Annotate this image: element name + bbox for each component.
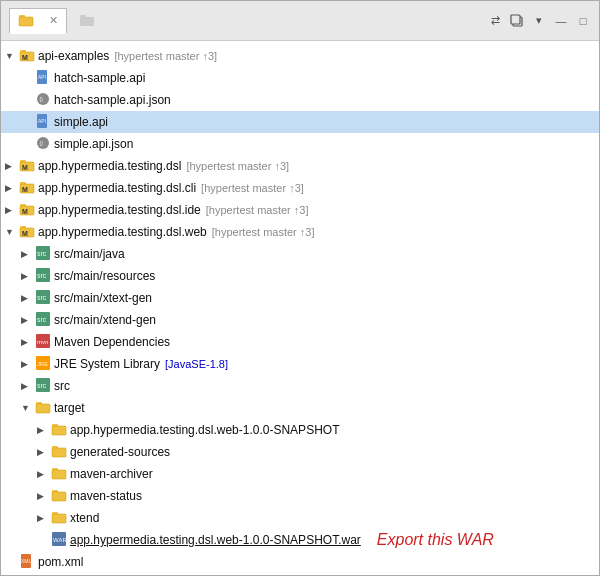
svg-text:M: M <box>22 54 28 61</box>
down-arrow[interactable]: ▼ <box>5 222 17 242</box>
down-arrow[interactable]: ▼ <box>21 398 33 418</box>
right-arrow[interactable]: ▶ <box>5 200 17 220</box>
chevron-down-icon[interactable]: ▾ <box>531 13 547 29</box>
tree-item[interactable]: ▶srcsrc <box>1 375 599 397</box>
tree-item[interactable]: ▶srcsrc/main/xtext-gen <box>1 287 599 309</box>
svg-text:XML: XML <box>21 558 32 564</box>
right-arrow[interactable]: ▶ <box>37 508 49 528</box>
tab-package-explorer[interactable]: ✕ <box>9 8 67 34</box>
folder-icon <box>51 443 67 459</box>
sync-icon[interactable]: ⇄ <box>487 13 503 29</box>
svg-text:WAR: WAR <box>53 537 67 543</box>
tree-item[interactable]: ▼Mapp.hypermedia.testing.dsl.web[hyperte… <box>1 221 599 243</box>
tree-item[interactable]: ▶mvnMaven Dependencies <box>1 331 599 353</box>
json-icon: {} <box>35 91 51 107</box>
svg-rect-55 <box>52 448 66 457</box>
right-arrow[interactable]: ▶ <box>21 266 33 286</box>
tree-item[interactable]: ▶Mapp.hypermedia.testing.dsl[hypertest m… <box>1 155 599 177</box>
tree-item[interactable]: ▶srcsrc/main/resources <box>1 265 599 287</box>
svg-text:src: src <box>37 294 47 301</box>
down-arrow[interactable]: ▼ <box>5 46 17 66</box>
tree-item-badge: [hypertest master ↑3] <box>114 46 217 66</box>
right-arrow[interactable]: ▶ <box>37 420 49 440</box>
svg-text:M: M <box>22 208 28 215</box>
tab-project-explorer[interactable] <box>71 9 110 33</box>
tree-item-label: maven-archiver <box>70 464 153 484</box>
tree-item[interactable]: ▶maven-archiver <box>1 463 599 485</box>
tree-item-label: src/main/xtext-gen <box>54 288 152 308</box>
svg-rect-52 <box>52 426 66 435</box>
tree-item[interactable]: ▼target <box>1 397 599 419</box>
tree-item-label: simple.api.json <box>54 134 133 154</box>
right-arrow[interactable]: ▶ <box>37 442 49 462</box>
tree-item-label: app.hypermedia.testing.dsl.web-1.0.0-SNA… <box>70 420 339 440</box>
tree-item[interactable]: ▶maven-status <box>1 485 599 507</box>
right-arrow[interactable]: ▶ <box>21 244 33 264</box>
tab-close-icon[interactable]: ✕ <box>49 14 58 27</box>
svg-text:src: src <box>37 250 47 257</box>
tree-item[interactable]: ▶xtend <box>1 507 599 529</box>
svg-rect-56 <box>52 446 58 449</box>
tree-item-label: hatch-sample.api <box>54 68 145 88</box>
right-arrow[interactable]: ▶ <box>5 156 17 176</box>
tree-item[interactable]: XMLpom.xml <box>1 551 599 573</box>
tree-item[interactable]: ▶srcsrc/main/java <box>1 243 599 265</box>
project-icon: M <box>19 201 35 217</box>
svg-rect-20 <box>20 160 26 163</box>
right-arrow[interactable]: ▶ <box>37 464 49 484</box>
tree-item[interactable]: ▶Mapp.hypermedia.testing.dsl.cli[hyperte… <box>1 177 599 199</box>
folder-icon <box>51 465 67 481</box>
svg-rect-58 <box>52 470 66 479</box>
tree-item[interactable]: APIhatch-sample.api <box>1 67 599 89</box>
svg-rect-62 <box>52 490 58 493</box>
right-arrow[interactable]: ▶ <box>21 310 33 330</box>
right-arrow[interactable]: ▶ <box>37 486 49 506</box>
svg-rect-6 <box>511 15 520 24</box>
src-icon: src <box>35 311 51 327</box>
tree-item-label: src/main/java <box>54 244 125 264</box>
tree-item[interactable]: ▶JREJRE System Library[JavaSE-1.8] <box>1 353 599 375</box>
tree-item[interactable]: {}simple.api.json <box>1 133 599 155</box>
svg-rect-8 <box>20 50 26 53</box>
tree-item-badge: [hypertest master ↑3] <box>186 156 289 176</box>
right-arrow[interactable]: ▶ <box>21 376 33 396</box>
right-arrow[interactable]: ▶ <box>21 354 33 374</box>
tree-item-badge: [JavaSE-1.8] <box>165 354 228 374</box>
svg-rect-64 <box>52 514 66 523</box>
right-arrow[interactable]: ▶ <box>21 332 33 352</box>
copy-icon[interactable] <box>509 13 525 29</box>
tree-item[interactable]: ▶generated-sources <box>1 441 599 463</box>
tree-item[interactable]: ▶app.hypermedia.testing.dsl.web-1.0.0-SN… <box>1 419 599 441</box>
tree-item[interactable]: APIsimple.api <box>1 111 599 133</box>
tree-item[interactable]: ▶srcsrc/main/xtend-gen <box>1 309 599 331</box>
folder-icon <box>51 487 67 503</box>
minimize-icon[interactable]: — <box>553 13 569 29</box>
tree-item-label: src/main/xtend-gen <box>54 310 156 330</box>
svg-rect-28 <box>20 204 26 207</box>
maximize-icon[interactable]: □ <box>575 13 591 29</box>
tree-item[interactable]: WARapp.hypermedia.testing.dsl.web-1.0.0-… <box>1 529 599 551</box>
tree-item-label: JRE System Library <box>54 354 160 374</box>
svg-rect-53 <box>52 424 58 427</box>
right-arrow[interactable]: ▶ <box>5 178 17 198</box>
project-icon: M <box>19 223 35 239</box>
svg-rect-0 <box>19 17 33 26</box>
svg-rect-32 <box>20 226 26 229</box>
svg-text:mvn: mvn <box>37 339 48 345</box>
tree-item-label: maven-status <box>70 486 142 506</box>
svg-text:{}: {} <box>40 140 44 146</box>
titlebar-left: ✕ <box>9 8 483 34</box>
svg-text:API: API <box>38 118 46 124</box>
tree-item-label: app.hypermedia.testing.dsl <box>38 156 181 176</box>
package-explorer-icon <box>18 12 34 28</box>
tree-item[interactable]: ▼Mapi-examples[hypertest master ↑3] <box>1 45 599 67</box>
tree-item[interactable]: ▶Mapp.hypermedia.testing.dsl.ide[hyperte… <box>1 199 599 221</box>
svg-rect-61 <box>52 492 66 501</box>
titlebar-icons: ⇄ ▾ — □ <box>487 13 591 29</box>
folder-icon <box>51 421 67 437</box>
tree-item[interactable]: {}hatch-sample.api.json <box>1 89 599 111</box>
tree-item-label: xtend <box>70 508 99 528</box>
api-file-icon: API <box>35 113 51 129</box>
right-arrow[interactable]: ▶ <box>21 288 33 308</box>
svg-text:src: src <box>37 316 47 323</box>
